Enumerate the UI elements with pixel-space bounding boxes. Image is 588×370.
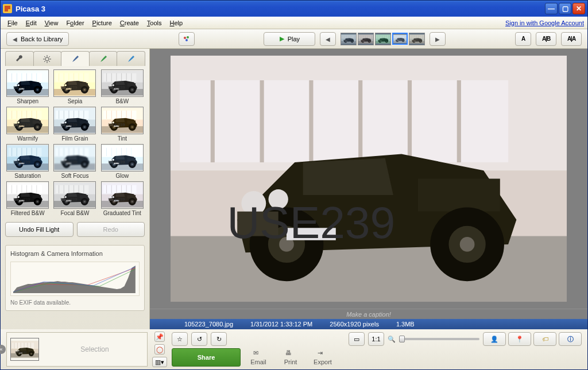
undo-button[interactable]: Undo Fill Light bbox=[5, 222, 74, 237]
effect-filtered-b-w[interactable]: Filtered B&W bbox=[5, 181, 50, 216]
fit-button[interactable]: ▭ bbox=[349, 332, 365, 346]
menu-tools[interactable]: Tools bbox=[144, 18, 165, 28]
export-button[interactable]: ⇥Export bbox=[308, 349, 337, 365]
next-photo-button[interactable] bbox=[430, 32, 446, 46]
effect-thumb bbox=[53, 144, 96, 172]
histogram-panel: Histogram & Camera Information No EXIF d… bbox=[5, 245, 145, 311]
email-button[interactable]: ✉Email bbox=[244, 349, 273, 365]
people-tag-button[interactable]: 👤 bbox=[483, 332, 506, 346]
effect-thumb bbox=[101, 69, 144, 97]
effect-film-grain[interactable]: Film Grain bbox=[52, 107, 97, 142]
svg-point-22 bbox=[184, 37, 186, 39]
thumb-4[interactable] bbox=[409, 33, 425, 45]
back-to-library-button[interactable]: Back to Library bbox=[6, 32, 69, 46]
share-button[interactable]: Share bbox=[172, 348, 241, 367]
thumb-0[interactable] bbox=[341, 33, 357, 45]
menu-folder[interactable]: Folder bbox=[63, 18, 87, 28]
effect-glow[interactable]: Glow bbox=[100, 144, 145, 179]
histogram-chart bbox=[10, 262, 140, 296]
effect-sharpen[interactable]: Sharpen bbox=[5, 69, 50, 104]
effect-thumb bbox=[6, 181, 49, 209]
zoom-slider-knob[interactable] bbox=[399, 336, 405, 342]
effect-sepia[interactable]: Sepia bbox=[52, 69, 97, 104]
selection-tray[interactable]: « Selection bbox=[6, 332, 148, 367]
svg-point-30 bbox=[45, 57, 49, 61]
effect-graduated-tint[interactable]: Graduated Tint bbox=[100, 181, 145, 216]
menu-file[interactable]: File bbox=[4, 18, 21, 28]
tab-effects-3[interactable] bbox=[117, 51, 145, 66]
hold-button[interactable]: 📌 bbox=[154, 332, 165, 342]
effect-label: Film Grain bbox=[61, 135, 88, 142]
tag-button[interactable]: 🏷 bbox=[533, 332, 556, 346]
histogram-title: Histogram & Camera Information bbox=[10, 250, 140, 257]
geo-tag-button[interactable]: 📍 bbox=[508, 332, 531, 346]
effect-thumb bbox=[6, 144, 49, 172]
play-label: Play bbox=[288, 36, 300, 42]
caption-input[interactable]: Make a caption! bbox=[150, 309, 587, 319]
view-ab-button[interactable]: A|B bbox=[536, 32, 556, 46]
location-icon: 📍 bbox=[516, 336, 524, 343]
effect-focal-b-w[interactable]: Focal B&W bbox=[52, 181, 97, 216]
effect-thumb bbox=[101, 144, 144, 172]
effect-label: Glow bbox=[115, 173, 129, 179]
menu-help[interactable]: Help bbox=[167, 18, 187, 28]
thumb-2[interactable] bbox=[375, 33, 391, 45]
menu-picture[interactable]: Picture bbox=[89, 18, 115, 28]
status-size: 1.3MB bbox=[396, 321, 415, 328]
photo-canvas[interactable] bbox=[150, 49, 587, 309]
album-icon: ▥▾ bbox=[155, 359, 164, 366]
add-to-button[interactable]: ▥▾ bbox=[152, 357, 167, 367]
maximize-button[interactable]: ▢ bbox=[559, 3, 571, 14]
menu-view[interactable]: View bbox=[41, 18, 62, 28]
titlebar[interactable]: Picasa 3 — ▢ ✕ bbox=[1, 1, 587, 17]
zoom-slider[interactable] bbox=[399, 338, 479, 340]
tab-effects-2[interactable] bbox=[89, 51, 118, 66]
collapse-tray-icon[interactable]: « bbox=[0, 345, 6, 354]
close-button[interactable]: ✕ bbox=[572, 3, 585, 14]
brush-blue-icon bbox=[127, 55, 135, 63]
effect-b-w[interactable]: B&W bbox=[100, 69, 145, 104]
thumbnail-strip bbox=[341, 33, 425, 45]
tab-basic-fixes[interactable] bbox=[5, 51, 34, 66]
one-to-one-icon: 1:1 bbox=[372, 336, 380, 342]
rotate-cw-button[interactable]: ↻ bbox=[211, 332, 227, 346]
view-aa-button[interactable]: A|A bbox=[561, 32, 582, 46]
tab-effects-1[interactable] bbox=[61, 51, 90, 66]
arrow-right-icon bbox=[435, 36, 440, 42]
play-button[interactable]: ▶ Play bbox=[264, 32, 315, 46]
svg-line-37 bbox=[44, 61, 45, 62]
color-adjust-button[interactable] bbox=[179, 32, 195, 46]
minimize-button[interactable]: — bbox=[545, 3, 558, 14]
star-icon: ☆ bbox=[177, 336, 183, 343]
effect-saturation[interactable]: Saturation bbox=[5, 144, 50, 179]
thumb-3[interactable] bbox=[392, 33, 408, 45]
sun-icon bbox=[43, 55, 51, 63]
menu-create[interactable]: Create bbox=[117, 18, 142, 28]
effect-tint[interactable]: Tint bbox=[100, 107, 145, 142]
thumb-1[interactable] bbox=[358, 33, 374, 45]
actual-size-button[interactable]: 1:1 bbox=[368, 332, 384, 346]
circle-icon: ◯ bbox=[156, 346, 163, 353]
clear-button[interactable]: ◯ bbox=[154, 344, 165, 355]
print-icon: 🖶 bbox=[285, 349, 296, 357]
rotate-ccw-button[interactable]: ↺ bbox=[191, 332, 207, 346]
export-icon: ⇥ bbox=[318, 349, 328, 357]
signin-link[interactable]: Sign in with Google Account bbox=[505, 20, 584, 26]
effect-label: B&W bbox=[115, 98, 129, 104]
menu-edit[interactable]: Edit bbox=[22, 18, 40, 28]
effect-soft-focus[interactable]: Soft Focus bbox=[52, 144, 97, 179]
palette-icon bbox=[183, 35, 191, 43]
effect-label: Saturation bbox=[14, 173, 41, 179]
selection-thumb[interactable] bbox=[10, 338, 39, 361]
star-button[interactable]: ☆ bbox=[172, 332, 188, 346]
brush-icon bbox=[71, 55, 79, 63]
info-button[interactable]: ⓘ bbox=[559, 332, 582, 346]
view-single-button[interactable]: A bbox=[515, 32, 531, 46]
tab-tuning[interactable] bbox=[33, 51, 62, 66]
effect-warmify[interactable]: Warmify bbox=[5, 107, 50, 142]
redo-button[interactable]: Redo bbox=[77, 222, 145, 237]
effect-label: Focal B&W bbox=[60, 210, 89, 216]
prev-photo-button[interactable] bbox=[320, 32, 336, 46]
print-button[interactable]: 🖶Print bbox=[276, 349, 305, 365]
wrench-icon bbox=[16, 55, 24, 63]
